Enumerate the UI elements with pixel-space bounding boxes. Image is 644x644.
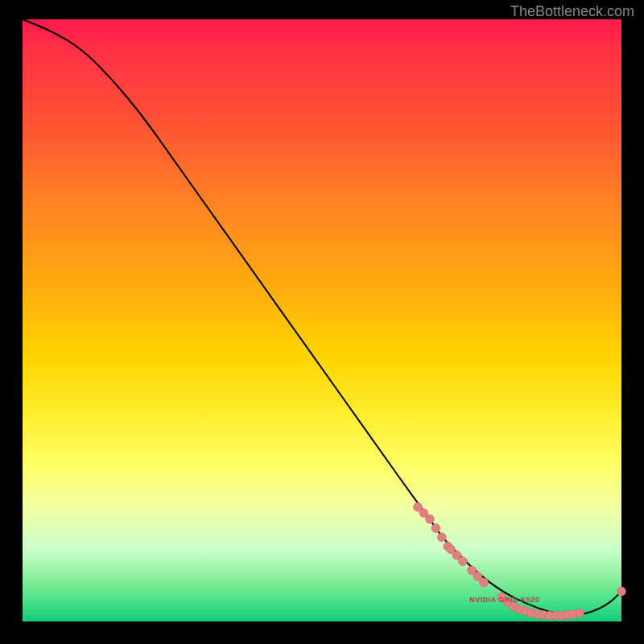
chart-plot-area: NVIDIA GRID K520 xyxy=(23,19,621,621)
series-annotation: NVIDIA GRID K520 xyxy=(469,596,539,604)
data-marker xyxy=(617,587,626,596)
data-marker xyxy=(437,533,446,542)
data-marker xyxy=(458,557,467,566)
data-marker xyxy=(425,514,434,523)
data-marker xyxy=(431,524,440,533)
watermark-text: TheBottleneck.com xyxy=(510,3,634,20)
data-marker xyxy=(479,578,488,587)
chart-svg xyxy=(23,19,621,621)
data-marker xyxy=(575,609,584,617)
bottleneck-curve xyxy=(23,19,621,615)
